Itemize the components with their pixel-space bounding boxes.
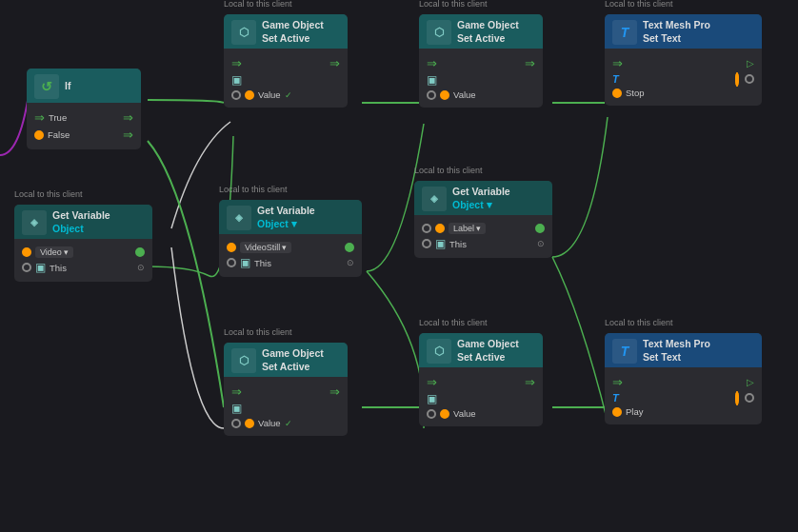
game-obj-top1-local: Local to this client — [224, 0, 292, 9]
game-obj-bot1-title: Game Object — [262, 347, 324, 361]
label-port — [435, 224, 445, 233]
if-true-row: ⇒ True ⇒ — [34, 110, 133, 125]
false-out-icon: ⇒ — [123, 128, 133, 142]
top-text-triangle: ▷ — [747, 58, 754, 69]
bot1-hollow-port — [231, 419, 241, 428]
this-target-icon: ⊙ — [137, 263, 145, 272]
false-port — [34, 130, 44, 140]
game-obj-bot2-header: ⬡ Game Object Set Active — [419, 333, 543, 367]
top-text-exec-row: ⇒ ▷ — [612, 56, 754, 70]
get-var-mid1-icon: ◈ — [227, 206, 251, 230]
top2-value-label: Value — [453, 89, 476, 100]
bot2-cube-port: ▣ — [427, 392, 437, 405]
top2-value-port — [440, 90, 449, 100]
stop-port — [612, 89, 622, 98]
bot-text-t-row: T — [612, 392, 754, 404]
game-obj-bot1-icon: ⬡ — [231, 348, 256, 373]
top-text-t-port: T — [612, 73, 619, 85]
video-out-port — [135, 247, 145, 257]
top2-exec-in: ⇒ — [427, 56, 437, 70]
mid1-hollow-port — [227, 258, 236, 267]
true-label: True — [49, 112, 67, 123]
text-mesh-top-title: Text Mesh Pro — [643, 19, 710, 32]
get-var-mid2-local: Local to this client — [414, 166, 483, 175]
game-obj-top2-title: Game Object — [457, 19, 519, 32]
get-var-mid2-node: Local to this client ◈ Get Variable Obje… — [414, 181, 552, 258]
text-mesh-bot-local: Local to this client — [605, 318, 673, 327]
game-obj-top1-icon: ⬡ — [231, 20, 256, 45]
stop-label: Stop — [626, 88, 645, 98]
game-obj-bot1-header: ⬡ Game Object Set Active — [224, 343, 348, 377]
game-obj-top2-icon: ⬡ — [427, 20, 451, 45]
get-var-left-header: ◈ Get Variable Object — [14, 205, 152, 239]
video-port-row: Video▾ — [22, 246, 145, 258]
game-obj-top1-header: ⬡ Game Object Set Active — [224, 14, 348, 49]
bot2-exec-in: ⇒ — [427, 375, 437, 389]
bot1-cube-row: ▣ — [231, 402, 340, 415]
play-row: Play — [612, 406, 754, 417]
game-obj-top1-node: Local to this client ⬡ Game Object Set A… — [224, 14, 348, 108]
top-text-t-row: T — [612, 73, 754, 85]
game-obj-top2-header: ⬡ Game Object Set Active — [419, 14, 543, 49]
text-mesh-bot-icon: T — [612, 339, 637, 364]
game-obj-top2-node: Local to this client ⬡ Game Object Set A… — [419, 14, 543, 108]
top1-value-row: Value ✓ — [231, 89, 340, 100]
label-dropdown[interactable]: Label▾ — [449, 223, 486, 234]
bot-text-t-port: T — [612, 392, 619, 404]
game-obj-bot2-node: Local to this client ⬡ Game Object Set A… — [419, 333, 543, 426]
if-icon: ↺ — [34, 74, 59, 99]
top1-exec-out: ⇒ — [329, 56, 340, 70]
videostill-row: VideoStill▾ — [227, 242, 354, 253]
text-mesh-bot-title: Text Mesh Pro — [643, 338, 710, 351]
this-port-row: ▣ This ⊙ — [22, 261, 145, 274]
top2-cube-port: ▣ — [427, 73, 437, 87]
top1-cube-row: ▣ — [231, 73, 340, 87]
game-obj-bot2-icon: ⬡ — [427, 339, 451, 364]
top1-hollow-port — [231, 90, 241, 100]
videostill-dropdown[interactable]: VideoStill▾ — [240, 242, 291, 253]
top1-checkmark: ✓ — [285, 90, 292, 100]
true-out-icon: ⇒ — [123, 110, 133, 125]
if-node-header: ↺ If — [27, 69, 141, 103]
bot1-value-label: Value — [258, 418, 281, 428]
this-label: This — [50, 263, 67, 273]
top2-exec-out: ⇒ — [525, 56, 535, 70]
bot-text-exec-row: ⇒ ▷ — [612, 375, 754, 389]
text-mesh-bot-subtitle: Set Text — [643, 351, 710, 365]
bot1-checkmark: ✓ — [285, 419, 292, 428]
top1-value-port — [245, 90, 254, 100]
top-text-orange-port — [735, 74, 739, 85]
get-var-mid2-subtitle: Object ▾ — [452, 199, 510, 212]
get-var-left-node: Local to this client ◈ Get Variable Obje… — [14, 205, 152, 282]
mid2-this-row: ▣ This ⊙ — [422, 237, 545, 250]
play-port — [612, 407, 622, 417]
bot-text-triangle: ▷ — [747, 377, 754, 387]
bot-text-orange-port — [735, 393, 739, 404]
video-dropdown[interactable]: Video▾ — [35, 246, 73, 258]
play-label: Play — [626, 406, 643, 417]
bot2-exec-row: ⇒ ⇒ — [427, 375, 535, 389]
bot-text-exec-in: ⇒ — [612, 375, 623, 389]
mid1-cube-icon: ▣ — [240, 256, 250, 269]
false-label: False — [48, 129, 70, 140]
game-obj-bot1-node: Local to this client ⬡ Game Object Set A… — [224, 343, 348, 436]
top-text-exec-in: ⇒ — [612, 56, 623, 70]
bot2-value-row: Value — [427, 408, 535, 419]
game-obj-top1-subtitle: Set Active — [262, 32, 324, 46]
top2-exec-row: ⇒ ⇒ — [427, 56, 535, 70]
text-mesh-bot-header: T Text Mesh Pro Set Text — [605, 333, 762, 367]
videostill-port — [227, 243, 236, 252]
top2-cube-row: ▣ — [427, 73, 535, 87]
get-var-mid2-title: Get Variable — [452, 186, 510, 199]
bot1-exec-row: ⇒ ⇒ — [231, 384, 340, 399]
get-var-left-subtitle: Object — [52, 223, 110, 236]
bot1-exec-in: ⇒ — [231, 384, 242, 399]
mid2-target-icon: ⊙ — [537, 239, 545, 248]
mid1-this-row: ▣ This ⊙ — [227, 256, 354, 269]
get-var-mid1-header: ◈ Get Variable Object ▾ — [219, 200, 362, 234]
video-port — [22, 247, 31, 257]
bot2-cube-row: ▣ — [427, 392, 535, 405]
stop-row: Stop — [612, 88, 754, 98]
text-mesh-top-icon: T — [612, 20, 637, 45]
get-var-mid2-icon: ◈ — [422, 187, 447, 211]
